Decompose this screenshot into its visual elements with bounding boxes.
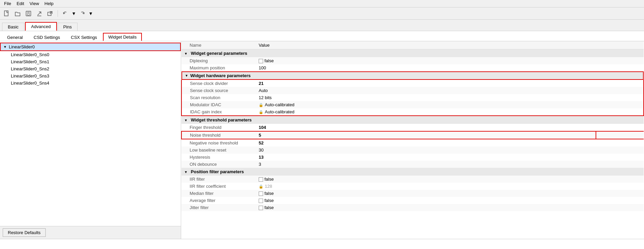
section-widget-general: ▼ Widget general parameters — [181, 49, 644, 58]
tab-advanced[interactable]: Advanced — [25, 22, 57, 31]
tree-item-sns4[interactable]: LinearSlider0_Sns4 — [0, 80, 181, 87]
row-iir-filter-coeff: IIR filter coefficient 🔒128 — [181, 183, 644, 190]
tab-widget-details[interactable]: Widget Details — [103, 33, 142, 41]
tree-toggle-icon[interactable]: ▼ — [3, 45, 9, 49]
tab-csx-settings[interactable]: CSX Settings — [66, 33, 102, 41]
menu-help[interactable]: Help — [42, 0, 56, 7]
row-diplexing: Diplexing false — [181, 57, 644, 64]
prop-value-median-filter[interactable]: false — [256, 190, 596, 197]
spacer — [596, 87, 644, 94]
menu-file[interactable]: File — [1, 0, 14, 7]
prop-value-jitter-filter[interactable]: false — [256, 204, 596, 211]
tab-general[interactable]: General — [2, 33, 28, 41]
row-idac-gain: IDAC gain index 🔒Auto-calibrated — [181, 108, 644, 116]
redo-button[interactable] — [78, 9, 87, 18]
spacer — [596, 124, 644, 131]
lock-icon-idac-gain: 🔒 — [259, 110, 263, 114]
open-button[interactable] — [13, 9, 22, 18]
tree-label-linearslider0: LinearSlider0 — [9, 44, 35, 49]
toolbar-separator — [58, 10, 58, 17]
prop-value-mod-idac[interactable]: 🔒Auto-calibrated — [256, 101, 596, 108]
menu-view[interactable]: View — [27, 0, 42, 7]
main-content: ▼ LinearSlider0 LinearSlider0_Sns0 Linea… — [0, 41, 644, 239]
prop-name-scan-res: Scan resolution — [181, 94, 256, 101]
row-median-filter: Median filter false — [181, 190, 644, 197]
section-toggle-filter[interactable]: ▼ — [184, 170, 188, 174]
lock-icon-iir-coeff: 🔒 — [259, 184, 263, 189]
export-button[interactable] — [35, 9, 44, 18]
undo-dropdown[interactable]: ▾ — [71, 9, 76, 18]
prop-value-scan-res[interactable]: 12 bits — [256, 94, 596, 101]
prop-value-sense-clock-src[interactable]: Auto — [256, 87, 596, 94]
tree-item-linearslider0[interactable]: ▼ LinearSlider0 — [0, 43, 181, 51]
prop-value-noise-thresh[interactable]: 5 — [256, 131, 596, 139]
prop-value-sense-clock-div[interactable]: 21 — [256, 80, 596, 87]
prop-value-average-filter[interactable]: false — [256, 197, 596, 204]
bottom-bar: Restore Defaults — [0, 226, 181, 239]
prop-name-iir-coeff: IIR filter coefficient — [181, 183, 256, 190]
redo-dropdown[interactable]: ▾ — [88, 9, 93, 18]
spacer — [596, 176, 644, 183]
tree-item-sns0[interactable]: LinearSlider0_Sns0 — [0, 51, 181, 58]
section-toggle-general[interactable]: ▼ — [184, 52, 188, 55]
tree-item-sns2[interactable]: LinearSlider0_Sns2 — [0, 65, 181, 72]
prop-name-max-position: Maximum position — [181, 64, 256, 71]
tree-item-sns1[interactable]: LinearSlider0_Sns1 — [0, 58, 181, 65]
checkbox-diplexing[interactable] — [259, 59, 263, 63]
row-sense-clock-source: Sense clock source Auto — [181, 87, 644, 94]
left-panel: ▼ LinearSlider0 LinearSlider0_Sns0 Linea… — [0, 41, 181, 239]
prop-name-sense-clock-div: Sense clock divider — [181, 80, 256, 87]
prop-name-average-filter: Average filter — [181, 197, 256, 204]
prop-value-finger-thresh[interactable]: 104 — [256, 124, 596, 131]
section-toggle-threshold[interactable]: ▼ — [184, 118, 188, 122]
prop-value-max-position[interactable]: 100 — [256, 64, 596, 71]
prop-name-noise-thresh: Noise threshold — [181, 131, 256, 139]
prop-value-on-debounce[interactable]: 3 — [256, 161, 596, 168]
section-label-filter: Position filter parameters — [191, 169, 244, 174]
prop-name-sense-clock-src: Sense clock source — [181, 87, 256, 94]
prop-value-neg-noise[interactable]: 52 — [256, 139, 596, 146]
row-scan-resolution: Scan resolution 12 bits — [181, 94, 644, 101]
tree-label-sns4: LinearSlider0_Sns4 — [11, 81, 49, 86]
prop-value-iir-coeff[interactable]: 🔒128 — [256, 183, 596, 190]
section-toggle-hardware[interactable]: ▼ — [185, 74, 188, 77]
spacer — [596, 190, 644, 197]
tab-csd-settings[interactable]: CSD Settings — [28, 33, 65, 41]
save-button[interactable] — [24, 9, 33, 18]
external-button[interactable] — [45, 9, 55, 18]
col-header-name: Name — [181, 41, 256, 49]
tab-pins[interactable]: Pins — [58, 23, 78, 31]
checkbox-average-filter[interactable] — [259, 199, 263, 203]
prop-value-diplexing[interactable]: false — [256, 57, 596, 64]
prop-value-idac-gain[interactable]: 🔒Auto-calibrated — [256, 108, 596, 116]
prop-name-finger-thresh: Finger threshold — [181, 124, 256, 131]
svg-rect-2 — [27, 11, 30, 13]
spacer — [596, 131, 644, 139]
row-jitter-filter: Jitter filter false — [181, 204, 644, 211]
tab-basic[interactable]: Basic — [2, 23, 24, 31]
prop-name-mod-idac: Modulator IDAC — [181, 101, 256, 108]
restore-defaults-button[interactable]: Restore Defaults — [3, 228, 46, 237]
checkbox-median-filter[interactable] — [259, 191, 263, 196]
menu-edit[interactable]: Edit — [14, 0, 27, 7]
new-button[interactable] — [2, 9, 12, 18]
tree-item-sns3[interactable]: LinearSlider0_Sns3 — [0, 72, 181, 80]
spacer — [596, 108, 644, 116]
checkbox-iir-filter[interactable] — [259, 177, 263, 182]
spacer — [596, 197, 644, 204]
spacer — [596, 64, 644, 71]
section-label-hardware: Widget hardware parameters — [190, 73, 251, 78]
undo-button[interactable] — [61, 9, 70, 18]
checkbox-jitter-filter[interactable] — [259, 206, 263, 210]
outer-tab-bar: Basic Advanced Pins — [0, 20, 644, 31]
tree-label-sns3: LinearSlider0_Sns3 — [11, 73, 49, 78]
spacer — [596, 80, 644, 87]
prop-value-iir-filter[interactable]: false — [256, 176, 596, 183]
status-bar — [0, 239, 644, 249]
widget-tree: ▼ LinearSlider0 LinearSlider0_Sns0 Linea… — [0, 41, 181, 226]
prop-value-low-baseline[interactable]: 30 — [256, 146, 596, 154]
prop-value-hysteresis[interactable]: 13 — [256, 154, 596, 161]
row-maximum-position: Maximum position 100 — [181, 64, 644, 71]
svg-rect-0 — [4, 11, 8, 16]
spacer — [596, 94, 644, 101]
